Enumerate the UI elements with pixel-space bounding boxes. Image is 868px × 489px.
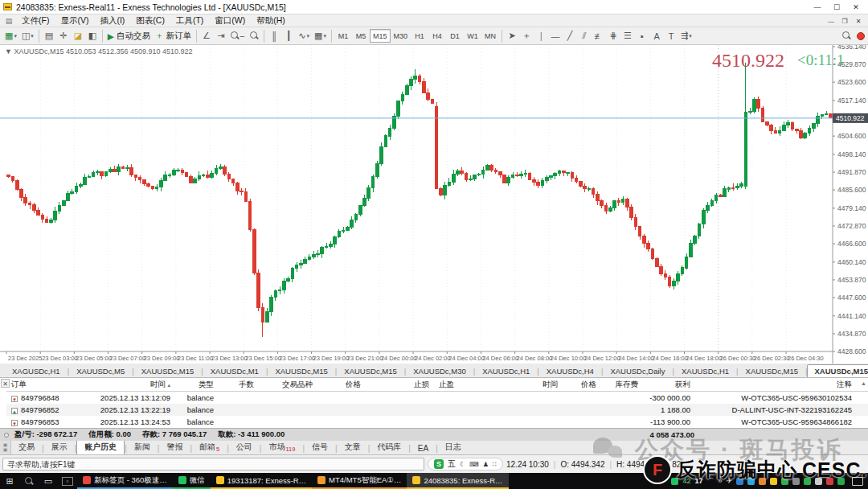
menu-item-2[interactable]: 插入(I) <box>94 14 130 27</box>
autotrade-button[interactable]: ▶自动交易 <box>105 29 153 43</box>
tray-hidden-icon-0[interactable] <box>736 478 743 485</box>
order-row-1[interactable]: ▲8497968522025.12.13 13:22:19balance1 18… <box>6 404 868 416</box>
sogou-icon[interactable]: S <box>434 459 444 469</box>
chart-tab-9[interactable]: XAUUSDc,Daily <box>603 364 672 377</box>
terminal-tab-5[interactable]: 邮箱5 <box>192 440 227 454</box>
chart-tab-6[interactable]: XAUUSDc,M30 <box>406 364 473 377</box>
order-row-0[interactable]: ▼8497968482025.12.13 13:12:09balance-300… <box>6 392 868 404</box>
profiles-icon[interactable]: ◫▾ <box>19 29 36 43</box>
vline-icon[interactable]: ｜ <box>534 29 548 43</box>
tray-hidden-icon-1[interactable] <box>747 478 755 485</box>
tray-clip-icon[interactable]: ✈ <box>726 477 732 485</box>
terminal-tab-2[interactable]: 账户历史 <box>76 439 125 454</box>
chart-tab-10[interactable]: XAUUSDc,H1 <box>674 364 736 377</box>
terminal-tab-3[interactable]: 新闻 <box>127 440 158 454</box>
trendline-icon[interactable]: ╱ <box>563 29 577 43</box>
ime-mode-label[interactable]: 五 <box>448 458 456 470</box>
taskbar-app-0[interactable]: 新标签页 - 360极速… <box>77 473 173 489</box>
maximize-button[interactable]: ☐ <box>828 2 845 13</box>
toolbar-search-icon[interactable] <box>839 29 854 43</box>
pointer-icon[interactable]: ➤ <box>505 29 519 43</box>
price-chart[interactable]: 23 Dec 202523 Dec 03:0023 Dec 05:0023 De… <box>0 45 868 364</box>
market-watch-icon[interactable]: ◧ <box>85 29 100 43</box>
new-chart-icon[interactable]: ▦▾ <box>2 29 19 43</box>
objects-icon[interactable]: ⇶▾ <box>678 29 694 43</box>
tray-arrows-icon[interactable]: » <box>718 477 722 485</box>
terminal-tab-6[interactable]: 公司 <box>229 440 260 454</box>
line-chart-icon[interactable]: ∿▾ <box>296 29 312 43</box>
symbols-icon[interactable]: ▤ <box>42 29 56 43</box>
terminal-tab-10[interactable]: 代码库 <box>370 440 408 454</box>
andrews-icon[interactable]: ⋕ <box>606 29 620 43</box>
taskbar-app-3[interactable]: MT4/MT5智能EA①… <box>312 473 407 489</box>
mdi-close-button[interactable]: ✕ <box>852 16 865 26</box>
tray-headset-icon[interactable]: ⌒ <box>706 476 714 487</box>
terminal-close-icon[interactable]: ✕ <box>1 379 10 388</box>
timeframe-M15[interactable]: M15 <box>370 29 391 43</box>
timeframe-M1[interactable]: M1 <box>334 29 352 43</box>
chart-tab-0[interactable]: XAGUSDc,H1 <box>5 364 68 377</box>
chart-tab-3[interactable]: XAUUSDc,M1 <box>203 364 266 377</box>
chart-tab-1[interactable]: XAUUSDc,M5 <box>69 364 132 377</box>
zoom-out-icon[interactable]: − <box>228 29 247 43</box>
timeframe-D1[interactable]: D1 <box>446 29 464 43</box>
minimize-button[interactable]: — <box>809 2 826 13</box>
tray-hidden-icon-3[interactable] <box>770 478 777 485</box>
terminal-tab-4[interactable]: 警报 <box>159 440 190 454</box>
terminal-tab-7[interactable]: 市场119 <box>261 440 302 454</box>
mdi-minimize-button[interactable]: — <box>825 16 837 26</box>
taskbar-app-2[interactable]: 19313187: Exness-R… <box>211 473 312 489</box>
menu-item-0[interactable]: 文件(F) <box>16 14 55 27</box>
menu-item-1[interactable]: 显示(V) <box>55 14 94 27</box>
tray-hidden-icon-9[interactable] <box>837 478 845 485</box>
chart-tab-12[interactable]: XAUUSDc,M15 <box>807 364 868 377</box>
orders-table-header[interactable]: 订单时间 ▴类型手数交易品种价格止损止盈时间价格库存费获利注释 <box>6 378 868 392</box>
templates-folder-icon[interactable]: ◪ <box>71 29 85 43</box>
chart-window[interactable]: 23 Dec 202523 Dec 03:0023 Dec 05:0023 De… <box>0 45 868 364</box>
crosshair-icon[interactable]: ＋ <box>519 29 534 43</box>
rectangle-icon[interactable]: ▪ <box>635 29 649 43</box>
chart-tab-4[interactable]: XAUUSDc,M15 <box>268 364 334 377</box>
ime-toolbar[interactable]: S 五 ☾ ⌨ ♟ ∷ <box>428 458 503 471</box>
chart-tab-7[interactable]: XAUUSDc,H1 <box>475 364 537 377</box>
menu-item-6[interactable]: 帮助(H) <box>251 14 291 27</box>
candle-chart-icon[interactable]: ┃ <box>281 29 296 43</box>
order-row-2[interactable]: ▼8497968532025.12.13 13:24:53balance-113… <box>6 416 868 428</box>
timeframe-H4[interactable]: H4 <box>428 29 446 43</box>
fibonacci-icon[interactable]: ≢ <box>592 29 606 43</box>
chart-shift-icon[interactable]: ⇥ <box>214 29 228 43</box>
task-view-icon[interactable]: ▭ <box>39 473 58 489</box>
table-scroll-up-icon[interactable]: ▲ <box>861 380 866 386</box>
indicators-icon[interactable]: ∠ <box>199 29 214 43</box>
terminal-tab-8[interactable]: 信号 <box>305 440 335 454</box>
menu-item-4[interactable]: 工具(T) <box>170 14 209 27</box>
taskbar-app-1[interactable]: 微信 <box>173 473 211 489</box>
chart-tab-2[interactable]: XAUUSDc,M15 <box>134 364 201 377</box>
mic-icon[interactable]: ♟ <box>483 461 489 468</box>
channel-icon[interactable]: ⫽ <box>577 29 592 43</box>
terminal-tab-9[interactable]: 文章 <box>338 440 368 454</box>
chart-tab-11[interactable]: XAUUSDc,M15 <box>739 364 805 377</box>
chart-tab-5[interactable]: XAUUSDc,M15 <box>337 364 403 377</box>
keyboard-icon[interactable]: ⌨ <box>469 461 479 468</box>
tray-hidden-icon-4[interactable] <box>781 478 788 485</box>
moon-icon[interactable]: ☾ <box>460 461 465 468</box>
grid-icon[interactable]: ∷ <box>493 461 497 468</box>
terminal-tab-0[interactable]: 交易 <box>11 440 42 454</box>
timeframe-M30[interactable]: M30 <box>391 29 411 43</box>
mdi-restore-button[interactable]: ❐ <box>838 16 851 26</box>
panel-side-strip[interactable]: ▣▣ <box>0 440 11 454</box>
timeframe-H1[interactable]: H1 <box>411 29 428 43</box>
chart-tab-8[interactable]: XAUUSDc,H4 <box>539 364 601 377</box>
tray-hidden-icon-2[interactable] <box>759 478 766 485</box>
menu-item-5[interactable]: 窗口(W) <box>209 14 251 27</box>
grid-icon[interactable]: ▦▾ <box>312 29 329 43</box>
start-button[interactable]: ⊞ <box>0 473 19 489</box>
zoom-in-icon[interactable] <box>247 29 261 43</box>
notification-center-icon[interactable] <box>852 477 863 486</box>
bar-chart-icon[interactable]: ║ <box>267 29 281 43</box>
tray-hidden-icon-8[interactable] <box>826 478 833 485</box>
timeframe-M5[interactable]: M5 <box>352 29 370 43</box>
tray-wechat-icon[interactable] <box>671 478 678 485</box>
text-icon[interactable]: T <box>664 29 678 43</box>
